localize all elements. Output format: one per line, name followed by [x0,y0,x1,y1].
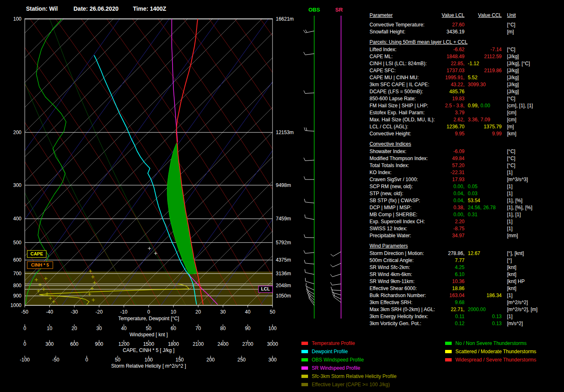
value-part: 43.22, [451,82,464,87]
axis-tick-label: 50 [270,309,275,315]
value-lcl-cell: 9.95 [439,130,464,137]
axis-tick-label: 10 [171,309,176,315]
dry-adiabat-line [209,19,391,305]
date-label: Date: 26.06.2020 [73,5,118,12]
lcl-label: LCL [261,286,270,291]
wind-barb-tick [331,287,332,290]
legend-item: SR Windspeed Profile [301,364,396,372]
value-ccl-cell [464,285,502,292]
legend-swatch [301,358,308,361]
value-lcl-cell: 485.76 [439,88,464,95]
parameter-label: CAPE MU | CINH MU: [370,74,439,81]
legend-item: Dewpoint Profile [301,347,396,356]
value-lcl-cell: 1995.91, [439,74,464,81]
table-col-header: Value LCL [439,11,464,20]
parameter-label: SCP RM (new, old): [370,183,439,190]
table-col-header: Unit [502,11,562,20]
parameter-label: Showalter Index: [370,148,439,155]
table-row: DCP | MMP | MSP:0.38,24.56,26.78[1], [%]… [370,204,562,211]
dry-adiabat-line [55,19,237,305]
table-section-title: Wind Parameters [370,242,562,250]
wind-barb-tick [330,264,333,267]
value-part: 1737.03 [447,68,464,73]
value-part: 9.99 [492,131,502,137]
table-row: Bulk Richardson Number:163.04186.34[1] [370,292,562,299]
value-part: 18.86 [452,286,464,291]
value-part: 4.25 [455,264,464,270]
value-part: 1995.91, [445,75,464,80]
value-part: 0.13 [492,321,502,326]
legend-item: Widespread / Severe Thunderstorms [445,356,536,364]
unit-label: [°C] [502,148,562,155]
value-part: 0.00, [453,212,464,217]
dry-adiabat-line [183,19,365,305]
value-part: 2.62, [453,117,464,123]
unit-label: [J/kg] [502,74,562,81]
height-label: 4375m [276,257,291,263]
axis-tick-label: 300 [268,357,277,363]
parameter-label: CINH | LSI (LCL: 824mB): [370,60,439,67]
value-part: 26.78 [483,205,495,210]
value-part: 0.11 [455,314,464,319]
axis-tick-label: 1800 [168,341,179,347]
height-label: 2048m [276,283,291,288]
unit-label: [1] [502,169,562,176]
table-row: Snowfall Height:3436.19[m] [370,28,562,35]
parameter-label: LCL / CCL (AGL): [370,123,439,130]
legend-label: OBS Windspeed Profile [312,357,364,363]
wind-barb-tick [304,90,305,93]
value-lcl-cell: 2.5 - 3.8, [439,102,464,109]
cape-label: CAPE [31,251,43,256]
parameter-label: STP (new, old): [370,190,439,197]
table-row: Storm Direction | Motion:278.86,12.67[°]… [370,250,562,257]
value-lcl-cell: 22.71, [439,306,464,313]
value-lcl-cell: 0.12 [439,320,464,327]
value-part: 0.04, [453,198,464,203]
value-part: -7.14 [491,47,502,52]
value-lcl-cell: 7.77 [439,257,464,264]
value-ccl-cell: 186.34 [464,292,502,299]
unit-label: [m^3/s^3] [502,176,562,183]
wind-barb [305,93,314,94]
wind-barb [305,130,314,131]
value-ccl-cell [464,271,502,278]
legend-swatch [445,358,452,361]
unit-label: [°C] [502,155,562,162]
value-ccl-cell [464,95,502,102]
unit-label: [km] [502,130,562,137]
value-ccl-cell: 0.99,0.00 [464,102,502,109]
value-ccl-cell: 2112.59 [464,53,502,60]
table-row: Effective Shear 6000:18.86[knt] [370,285,562,292]
unit-label: [1] [502,183,562,190]
unit-label: [°] [502,257,562,264]
value-ccl-cell: -7.14 [464,46,502,53]
legend-item: Temperature Profile [301,339,396,347]
axis-tick-label: 900 [95,341,103,347]
height-label: 16621m [276,16,294,22]
parameter-label: Exp. Supercell Index CH: [370,218,439,225]
effective-layer-band [25,272,273,305]
table-row: SCP RM (new, old):0.00,0.05[1] [370,183,562,190]
value-lcl-cell: 3436.19 [439,28,464,35]
value-ccl-cell [464,169,502,176]
value-ccl-cell [464,21,502,28]
table-col-header: Value CCL [464,11,502,20]
value-part: 34.97 [452,233,464,239]
unit-label: [1] [502,225,562,232]
parameter-label: FM Hail Size | SHIP | LHP: [370,102,439,109]
value-part: 0.13 [492,314,502,319]
value-part: 186.34 [486,293,502,298]
axis-tick-label: 150 [175,357,184,363]
value-part: 49.84 [452,156,464,161]
table-row: Max. Hail Size (OLD, MU, IL):2.62,3.36,7… [370,116,562,123]
axis-tick-label: 50 [146,326,152,331]
axis-tick-label: 2700 [242,341,254,347]
height-label: 9498m [276,182,291,188]
table-row: Modified Thompson Index:49.84[°C] [370,155,562,162]
unit-label: [°C] [502,46,562,53]
pressure-tick-label: 800 [13,283,21,288]
value-lcl-cell: 17.93 [439,176,464,183]
unit-label: [m^2/s^2] [502,299,562,306]
table-row: SR Wind Sfc-2km:4.25[knt] [370,264,562,271]
axis-tick-label: 50 [115,357,121,363]
